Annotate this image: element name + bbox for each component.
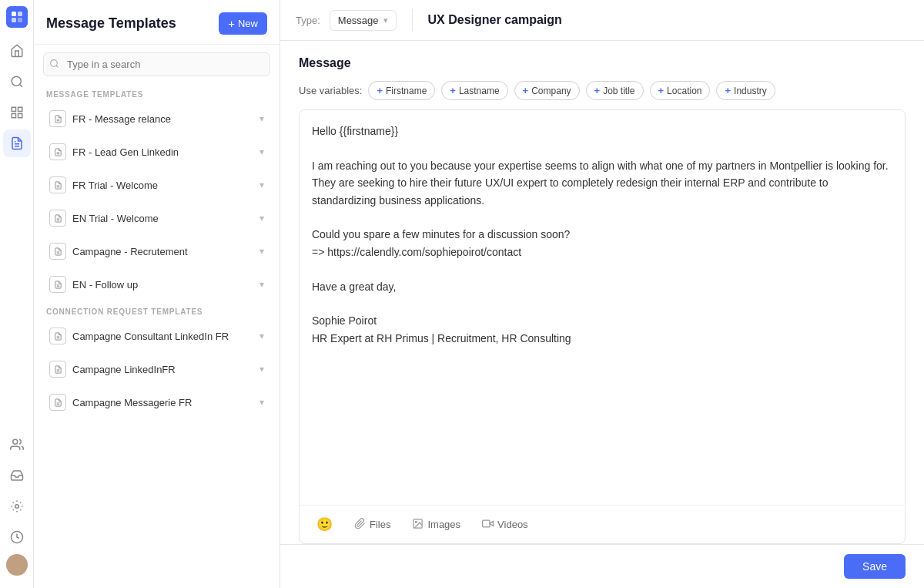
variables-chips: +Firstname+Lastname+Company+Job title+Lo…: [368, 81, 775, 100]
svg-rect-7: [18, 107, 22, 111]
sidebar: Message Templates + New MESSAGE TEMPLATE…: [34, 0, 280, 588]
nav-icon-templates[interactable]: [3, 129, 31, 157]
variable-label: Company: [531, 86, 571, 96]
message-area: Message Use variables: +Firstname+Lastna…: [280, 41, 924, 544]
nav-icon-grid[interactable]: [3, 99, 31, 126]
svg-rect-0: [12, 12, 16, 16]
nav-icon-home[interactable]: [3, 37, 31, 65]
template-icon: [49, 110, 66, 127]
svg-rect-2: [12, 18, 16, 22]
connection-templates-list: Campagne Consultant LinkedIn FR ▾ Campag…: [34, 319, 280, 419]
nav-bottom-section: [3, 431, 31, 582]
template-item[interactable]: FR - Lead Gen Linkedin ▾: [38, 136, 275, 168]
variable-chip-jobtitle[interactable]: +Job title: [586, 81, 644, 100]
variable-chip-lastname[interactable]: +Lastname: [441, 81, 507, 100]
template-icon: [49, 394, 66, 411]
svg-rect-1: [18, 12, 22, 16]
chevron-right-icon: ▾: [259, 279, 264, 290]
template-label: Campagne LinkedInFR: [72, 364, 259, 375]
nav-icon-search[interactable]: [3, 68, 31, 96]
chevron-right-icon: ▾: [259, 331, 264, 341]
svg-rect-8: [12, 114, 15, 118]
variable-chip-company[interactable]: +Company: [514, 81, 580, 100]
template-label: FR Trial - Welcome: [72, 180, 259, 191]
template-icon: [49, 276, 66, 293]
connection-template-item[interactable]: Campagne Consultant LinkedIn FR ▾: [38, 320, 275, 352]
variable-chip-industry[interactable]: +Industry: [716, 81, 775, 100]
connection-template-item[interactable]: Campagne Messagerie FR ▾: [38, 386, 275, 418]
save-button[interactable]: Save: [844, 554, 906, 579]
files-icon: [354, 518, 366, 532]
search-input[interactable]: [43, 52, 270, 76]
new-button[interactable]: + New: [219, 12, 267, 35]
template-item[interactable]: FR Trial - Welcome ▾: [38, 169, 275, 201]
variable-chip-location[interactable]: +Location: [650, 81, 711, 100]
emoji-button[interactable]: 🙂: [312, 513, 337, 536]
files-button[interactable]: Files: [350, 515, 395, 535]
chevron-right-icon: ▾: [259, 397, 264, 408]
template-label: FR - Message relance: [72, 113, 259, 125]
chevron-right-icon: ▾: [259, 113, 264, 124]
chevron-right-icon: ▾: [259, 364, 264, 375]
files-label: Files: [370, 519, 390, 530]
svg-point-13: [15, 505, 18, 509]
template-label: EN Trial - Welcome: [72, 213, 259, 224]
template-label: Campagne Messagerie FR: [72, 397, 259, 408]
connection-templates-section-label: CONNECTION REQUEST TEMPLATES: [34, 301, 280, 319]
message-section-title: Message: [299, 56, 906, 70]
plus-icon: +: [658, 85, 665, 96]
message-templates-section-label: MESSAGE TEMPLATES: [34, 84, 280, 102]
template-item[interactable]: EN Trial - Welcome ▾: [38, 202, 275, 234]
emoji-icon: 🙂: [316, 516, 333, 533]
nav-icon-clock[interactable]: [3, 523, 31, 551]
template-icon: [49, 143, 66, 160]
header-divider: [412, 9, 413, 31]
variables-label: Use variables:: [299, 85, 362, 96]
main-content: Type: Message ▾ UX Designer campaign Mes…: [280, 0, 924, 588]
variable-label: Industry: [734, 86, 767, 96]
chevron-right-icon: ▾: [259, 180, 264, 190]
variable-chip-firstname[interactable]: +Firstname: [368, 81, 435, 100]
images-icon: [412, 518, 424, 532]
template-icon: [49, 243, 66, 260]
template-item[interactable]: FR - Message relance ▾: [38, 102, 275, 135]
connection-template-item[interactable]: Campagne LinkedInFR ▾: [38, 353, 275, 385]
variable-label: Job title: [603, 86, 634, 96]
nav-icon-settings[interactable]: [3, 492, 31, 520]
message-textarea[interactable]: [300, 110, 905, 505]
svg-rect-3: [18, 18, 22, 22]
template-item[interactable]: EN - Follow up ▾: [38, 268, 275, 301]
variable-label: Firstname: [386, 86, 427, 96]
type-select[interactable]: Message ▾: [330, 10, 397, 31]
template-label: Campagne Consultant LinkedIn FR: [72, 331, 259, 342]
plus-icon: +: [725, 85, 731, 96]
app-logo[interactable]: [6, 6, 28, 28]
chevron-down-icon: ▾: [383, 15, 388, 25]
campaign-title: UX Designer campaign: [428, 13, 562, 27]
svg-point-4: [12, 76, 21, 86]
images-label: Images: [427, 519, 460, 530]
svg-rect-9: [18, 114, 22, 118]
svg-rect-6: [12, 107, 15, 111]
nav-icon-inbox[interactable]: [3, 462, 31, 489]
plus-icon: +: [594, 85, 601, 96]
images-button[interactable]: Images: [407, 515, 465, 535]
main-header: Type: Message ▾ UX Designer campaign: [280, 0, 924, 41]
videos-label: Videos: [497, 519, 528, 530]
template-icon: [49, 361, 66, 378]
videos-icon: [482, 518, 494, 532]
svg-point-15: [51, 59, 58, 66]
main-footer: Save: [280, 544, 924, 588]
avatar[interactable]: [6, 554, 28, 576]
svg-line-5: [19, 84, 22, 86]
template-icon: [49, 176, 66, 193]
plus-icon: +: [523, 85, 529, 96]
left-navigation: [0, 0, 34, 588]
chevron-right-icon: ▾: [259, 146, 264, 157]
nav-icon-contacts[interactable]: [3, 431, 31, 459]
template-item[interactable]: Campagne - Recrutement ▾: [38, 235, 275, 267]
message-textarea-wrap: 🙂 Files Images: [299, 109, 906, 544]
videos-button[interactable]: Videos: [477, 515, 533, 535]
plus-icon: +: [450, 85, 456, 96]
svg-point-12: [12, 439, 17, 444]
